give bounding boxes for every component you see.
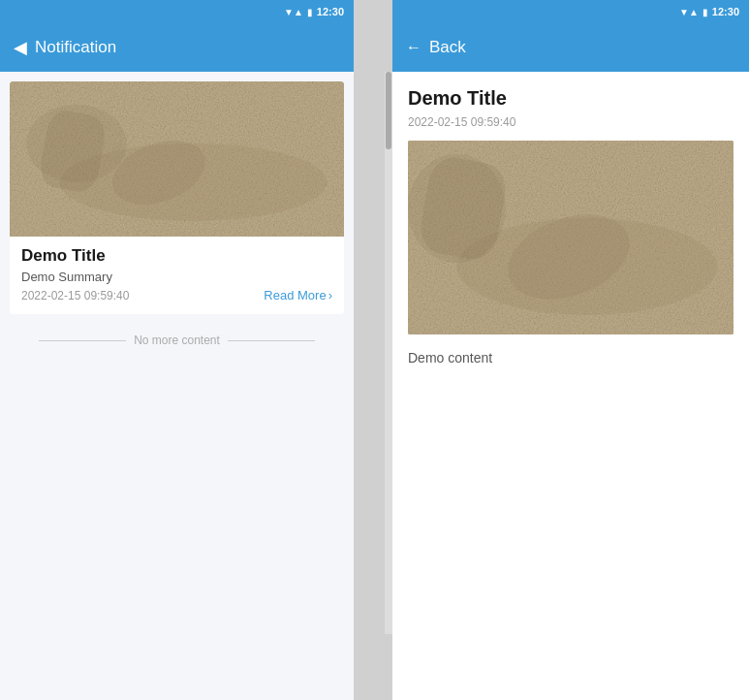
svg-point-2 [60,143,328,221]
right-panel: ▼▲ ▮ 12:30 ← Back Demo Title 2022-02-15 … [392,0,749,700]
right-status-bar: ▼▲ ▮ 12:30 [392,0,749,23]
scroll-thumb[interactable] [386,72,391,149]
detail-image [408,141,733,334]
svg-point-6 [456,218,717,315]
news-card[interactable]: Demo Title Demo Summary 2022-02-15 09:59… [10,81,344,314]
left-nav-bar: ◀ Notification [0,23,354,72]
detail-date: 2022-02-15 09:59:40 [408,115,733,129]
right-signal-icon: ▮ [702,7,708,17]
card-body: Demo Title Demo Summary 2022-02-15 09:59… [10,237,344,314]
right-status-icons: ▼▲ ▮ 12:30 [679,6,739,17]
panel-divider [354,0,392,700]
right-wifi-icon: ▼▲ [679,7,699,17]
card-thumbnail [10,81,344,237]
left-status-bar: ▼▲ ▮ 12:30 [0,0,354,23]
no-more-line-right [228,340,315,341]
read-more-button[interactable]: Read More › [264,288,332,302]
detail-title: Demo Title [408,87,733,110]
right-content: Demo Title 2022-02-15 09:59:40 Demo cont… [392,72,749,700]
card-footer: 2022-02-15 09:59:40 Read More › [21,288,332,302]
card-title: Demo Title [21,246,332,266]
no-more-text: No more content [134,334,220,347]
card-summary: Demo Summary [21,270,332,284]
svg-point-7 [408,154,506,263]
detail-body: Demo content [408,350,733,366]
right-nav-title: Back [429,38,466,57]
back-arrow-icon[interactable]: ◀ [14,37,27,58]
left-status-icons: ▼▲ ▮ 12:30 [284,6,344,17]
right-back-arrow-icon[interactable]: ← [406,39,421,56]
left-nav-title: Notification [35,38,116,57]
left-status-time: 12:30 [317,6,344,17]
no-more-indicator: No more content [0,334,354,347]
right-nav-bar: ← Back [392,23,749,72]
card-date: 2022-02-15 09:59:40 [21,289,129,302]
left-content: Demo Title Demo Summary 2022-02-15 09:59… [0,72,354,700]
signal-icon: ▮ [307,7,313,17]
left-panel: ▼▲ ▮ 12:30 ◀ Notification [0,0,354,700]
svg-point-3 [26,105,127,182]
wifi-icon: ▼▲ [284,7,303,17]
scroll-track[interactable] [385,72,392,634]
right-status-time: 12:30 [712,6,739,17]
no-more-line-left [39,340,126,341]
